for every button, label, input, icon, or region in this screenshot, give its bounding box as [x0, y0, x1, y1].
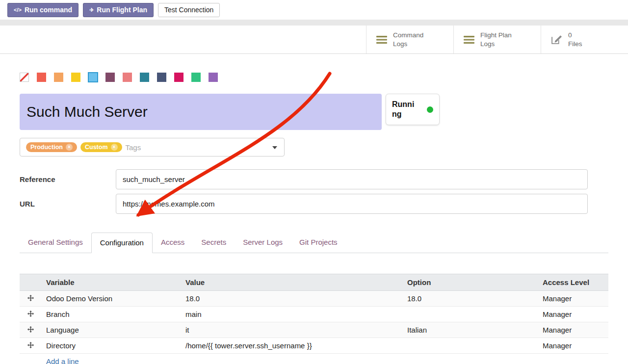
color-swatch-10[interactable]	[191, 73, 201, 82]
tab-access[interactable]: Access	[153, 233, 193, 253]
cell-access-level[interactable]: Manager	[538, 338, 608, 354]
reference-input[interactable]: such_much_server	[116, 169, 588, 189]
color-swatch-4[interactable]	[88, 73, 98, 82]
files-stat-button[interactable]: 0Files	[541, 26, 628, 53]
cell-access-level[interactable]: Manager	[538, 291, 608, 307]
url-field-row: URL https://memes.example.com	[20, 194, 588, 214]
color-swatch-1[interactable]	[37, 73, 46, 82]
column-header-access-level[interactable]: Access Level	[538, 274, 608, 291]
code-icon: </>	[14, 7, 22, 13]
empty-cell	[20, 354, 41, 364]
drag-handle-icon[interactable]	[20, 307, 41, 322]
tab-configuration[interactable]: Configuration	[91, 233, 153, 253]
cell-value[interactable]: it	[181, 322, 402, 338]
table-header-row: Variable Value Option Access Level	[20, 274, 608, 291]
color-swatch-11[interactable]	[209, 73, 218, 82]
list-icon	[376, 35, 387, 44]
drag-handle-icon[interactable]	[20, 338, 41, 354]
cell-variable[interactable]: Branch	[41, 307, 181, 322]
command-logs-stat-button[interactable]: CommandLogs	[366, 26, 453, 53]
tab-secrets[interactable]: Secrets	[193, 233, 235, 253]
cell-option[interactable]: 18.0	[402, 291, 538, 307]
reference-label: Reference	[20, 175, 116, 183]
paper-plane-icon: ✈	[89, 7, 94, 13]
tags-placeholder: Tags	[126, 143, 141, 152]
action-toolbar: </> Run command ✈ Run Flight Plan Test C…	[0, 0, 628, 20]
run-flight-plan-button[interactable]: ✈ Run Flight Plan	[83, 3, 154, 17]
color-swatch-7[interactable]	[140, 73, 149, 82]
status-button[interactable]: Running	[386, 94, 440, 125]
handle-column-header	[20, 274, 41, 291]
tab-server-logs[interactable]: Server Logs	[235, 233, 291, 253]
color-swatch-8[interactable]	[157, 73, 166, 82]
url-input[interactable]: https://memes.example.com	[116, 194, 588, 214]
run-command-button[interactable]: </> Run command	[7, 3, 78, 17]
drag-handle-icon[interactable]	[20, 291, 41, 307]
color-swatch-5[interactable]	[105, 73, 115, 82]
add-line-row: Add a line	[20, 354, 608, 364]
color-swatch-2[interactable]	[54, 73, 63, 82]
cell-access-level[interactable]: Manager	[538, 322, 608, 338]
remove-tag-icon[interactable]: ×	[66, 144, 73, 151]
server-name-input[interactable]: Such Much Server	[20, 94, 382, 130]
table-row[interactable]: Directory /home/{{ tower.server.ssh_user…	[20, 338, 608, 354]
color-swatch-6[interactable]	[123, 73, 132, 82]
url-label: URL	[20, 200, 116, 208]
pencil-edit-icon	[551, 34, 562, 45]
dropdown-caret-icon[interactable]	[272, 146, 277, 149]
column-header-variable[interactable]: Variable	[41, 274, 181, 291]
color-swatch-9[interactable]	[174, 73, 183, 82]
cell-variable[interactable]: Directory	[41, 338, 181, 354]
table-row[interactable]: Language it Italian Manager	[20, 322, 608, 338]
status-label: Running	[392, 100, 415, 119]
column-header-option[interactable]: Option	[402, 274, 538, 291]
command-logs-label: CommandLogs	[393, 31, 423, 48]
color-swatch-0[interactable]	[20, 73, 29, 82]
cell-option[interactable]	[402, 307, 538, 322]
test-connection-button[interactable]: Test Connection	[158, 3, 220, 17]
tag-custom[interactable]: Custom ×	[80, 142, 122, 152]
form-sheet: Such Much Server Running Production × Cu…	[0, 54, 628, 364]
flight-plan-logs-label: Flight PlanLogs	[480, 31, 512, 48]
cell-variable[interactable]: Odoo Demo Version	[41, 291, 181, 307]
server-form-page: </> Run command ✈ Run Flight Plan Test C…	[0, 0, 628, 364]
tag-production[interactable]: Production ×	[26, 142, 77, 152]
separator-strip	[0, 20, 628, 26]
test-connection-label: Test Connection	[164, 6, 213, 14]
table-row[interactable]: Odoo Demo Version 18.0 18.0 Manager	[20, 291, 608, 307]
color-picker	[20, 73, 608, 82]
reference-field-row: Reference such_much_server	[20, 169, 588, 189]
notebook-tabs: General Settings Configuration Access Se…	[20, 233, 608, 253]
tab-general-settings[interactable]: General Settings	[20, 233, 91, 253]
tag-label: Custom	[85, 144, 108, 151]
add-a-line-link[interactable]: Add a line	[46, 357, 79, 364]
cell-value[interactable]: main	[181, 307, 402, 322]
field-group: Reference such_much_server URL https://m…	[20, 169, 588, 214]
run-flight-plan-label: Run Flight Plan	[97, 6, 147, 14]
remove-tag-icon[interactable]: ×	[111, 144, 118, 151]
drag-handle-icon[interactable]	[20, 322, 41, 338]
cell-value[interactable]: 18.0	[181, 291, 402, 307]
table-row[interactable]: Branch main Manager	[20, 307, 608, 322]
flight-plan-logs-stat-button[interactable]: Flight PlanLogs	[453, 26, 541, 53]
tab-git-projects[interactable]: Git Projects	[291, 233, 346, 253]
cell-value[interactable]: /home/{{ tower.server.ssh_username }}	[181, 338, 402, 354]
cell-variable[interactable]: Language	[41, 322, 181, 338]
stat-button-row: CommandLogs Flight PlanLogs 0Files	[0, 26, 628, 54]
cell-option[interactable]: Italian	[402, 322, 538, 338]
color-swatch-3[interactable]	[71, 73, 80, 82]
files-count-label: 0Files	[568, 31, 582, 48]
title-row: Such Much Server Running	[20, 94, 608, 130]
column-header-value[interactable]: Value	[181, 274, 402, 291]
cell-option[interactable]	[402, 338, 538, 354]
status-green-dot-icon	[427, 106, 433, 113]
configuration-table: Variable Value Option Access Level Odoo …	[20, 274, 608, 364]
tags-input[interactable]: Production × Custom × Tags	[20, 138, 285, 156]
run-command-label: Run command	[25, 6, 72, 14]
tag-label: Production	[30, 144, 63, 151]
cell-access-level[interactable]: Manager	[538, 307, 608, 322]
list-icon	[464, 35, 474, 44]
